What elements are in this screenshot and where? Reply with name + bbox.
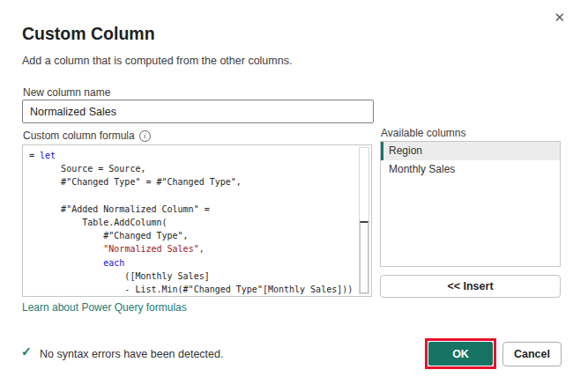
formula-label: Custom column formula i: [23, 129, 151, 142]
close-icon[interactable]: ✕: [554, 11, 565, 24]
info-icon[interactable]: i: [139, 130, 151, 142]
formula-code: = let Source = Source, #"Changed Type" =…: [23, 145, 371, 296]
ok-annotation-box: OK: [425, 338, 496, 369]
scrollbar-thumb[interactable]: [360, 221, 368, 294]
learn-link[interactable]: Learn about Power Query formulas: [22, 301, 187, 314]
available-columns-list[interactable]: RegionMonthly Sales: [380, 141, 561, 267]
check-icon: ✓: [21, 344, 32, 359]
formula-label-text: Custom column formula: [23, 129, 135, 142]
insert-button[interactable]: << Insert: [380, 275, 561, 298]
ok-button[interactable]: OK: [428, 342, 493, 366]
cancel-button[interactable]: Cancel: [502, 342, 562, 366]
formula-editor[interactable]: = let Source = Source, #"Changed Type" =…: [22, 144, 372, 297]
dialog-subtitle: Add a column that is computed from the o…: [22, 55, 292, 67]
status-text: No syntax errors have been detected.: [40, 348, 223, 360]
list-item[interactable]: Region: [381, 142, 560, 160]
available-columns-label: Available columns: [381, 127, 466, 139]
list-item[interactable]: Monthly Sales: [381, 160, 560, 179]
page-title: Custom Column: [22, 24, 155, 44]
formula-scrollbar[interactable]: [359, 147, 369, 294]
new-column-name-label: New column name: [23, 86, 110, 99]
new-column-name-input[interactable]: [22, 100, 374, 123]
